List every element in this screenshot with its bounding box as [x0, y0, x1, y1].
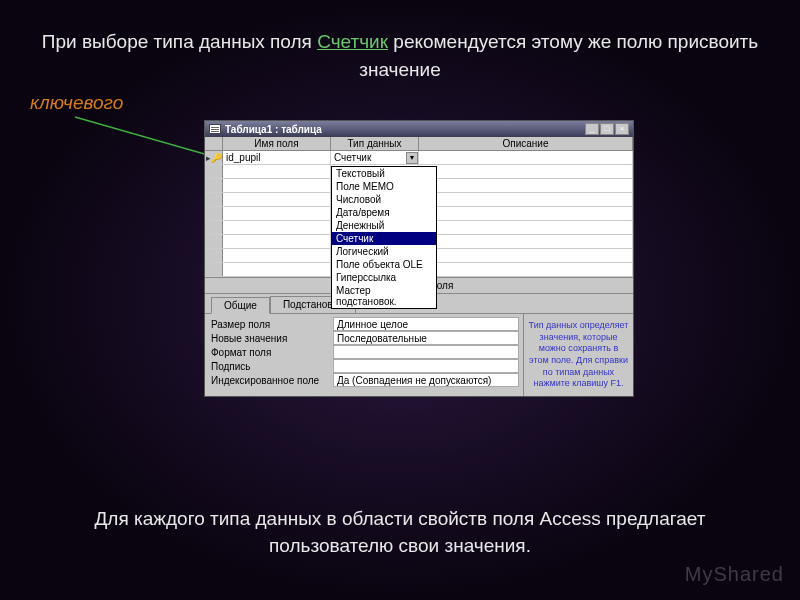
property-value[interactable]: Да (Совпадения не допускаются): [333, 373, 519, 387]
svg-line-1: [75, 117, 215, 157]
table-row[interactable]: ▸🔑 id_pupil Счетчик ▼: [205, 151, 633, 165]
table-icon: [209, 124, 221, 134]
slide-footer-text: Для каждого типа данных в области свойст…: [40, 505, 760, 560]
dropdown-button[interactable]: ▼: [406, 152, 418, 164]
help-pane: Тип данных определяет значения, которые …: [523, 314, 633, 396]
property-value[interactable]: [333, 345, 519, 359]
dropdown-option[interactable]: Счетчик: [332, 232, 436, 245]
watermark: MyShared: [685, 563, 784, 586]
row-selector[interactable]: ▸🔑: [205, 151, 223, 164]
property-row: Формат поля: [205, 345, 523, 359]
slide-heading: При выборе типа данных поля Счетчик реко…: [40, 28, 760, 83]
property-label: Новые значения: [205, 331, 333, 345]
access-table-window: Таблица1 : таблица _ □ × Имя поля Тип да…: [204, 120, 634, 397]
field-name-cell[interactable]: id_pupil: [223, 151, 331, 164]
property-label: Индексированное поле: [205, 373, 333, 387]
column-header-name: Имя поля: [223, 137, 331, 150]
titlebar: Таблица1 : таблица _ □ ×: [205, 121, 633, 137]
primary-key-icon: ▸🔑: [206, 153, 222, 163]
data-type-dropdown[interactable]: ТекстовыйПоле МЕМОЧисловойДата/времяДене…: [331, 166, 437, 309]
dropdown-option[interactable]: Текстовый: [332, 167, 436, 180]
column-header-type: Тип данных: [331, 137, 419, 150]
property-label: Размер поля: [205, 317, 333, 331]
dropdown-option[interactable]: Логический: [332, 245, 436, 258]
close-button[interactable]: ×: [615, 123, 629, 135]
property-value[interactable]: [333, 359, 519, 373]
column-header-desc: Описание: [419, 137, 633, 150]
dropdown-option[interactable]: Денежный: [332, 219, 436, 232]
window-title: Таблица1 : таблица: [225, 124, 585, 135]
dropdown-option[interactable]: Гиперссылка: [332, 271, 436, 284]
dropdown-option[interactable]: Дата/время: [332, 206, 436, 219]
highlight-counter: Счетчик: [317, 31, 388, 52]
dropdown-option[interactable]: Поле МЕМО: [332, 180, 436, 193]
property-row: Индексированное полеДа (Совпадения не до…: [205, 373, 523, 387]
row-selector-header: [205, 137, 223, 150]
maximize-button[interactable]: □: [600, 123, 614, 135]
property-row: Размер поляДлинное целое: [205, 317, 523, 331]
description-cell[interactable]: [419, 151, 633, 164]
data-type-cell[interactable]: Счетчик ▼: [331, 151, 419, 164]
properties-list: Размер поляДлинное целоеНовые значенияПо…: [205, 314, 523, 396]
minimize-button[interactable]: _: [585, 123, 599, 135]
key-label: ключевого: [30, 92, 123, 114]
property-value[interactable]: Длинное целое: [333, 317, 519, 331]
property-value[interactable]: Последовательные: [333, 331, 519, 345]
property-label: Подпись: [205, 359, 333, 373]
property-label: Формат поля: [205, 345, 333, 359]
dropdown-option[interactable]: Числовой: [332, 193, 436, 206]
property-row: Новые значенияПоследовательные: [205, 331, 523, 345]
dropdown-option[interactable]: Мастер подстановок.: [332, 284, 436, 308]
tab-general[interactable]: Общие: [211, 297, 270, 314]
dropdown-option[interactable]: Поле объекта OLE: [332, 258, 436, 271]
property-row: Подпись: [205, 359, 523, 373]
